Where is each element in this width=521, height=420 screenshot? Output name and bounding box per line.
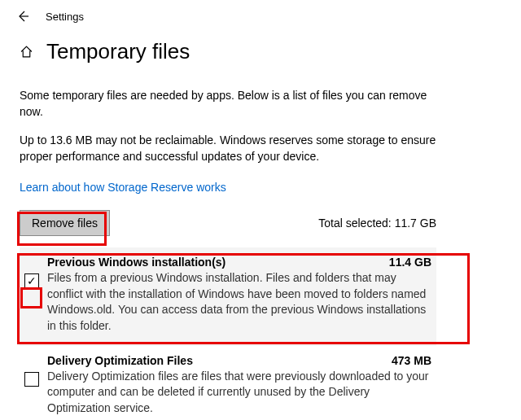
total-selected: Total selected: 11.7 GB: [318, 217, 436, 230]
back-button[interactable]: [16, 10, 29, 23]
desc-text-1: Some temporary files are needed by apps.…: [20, 87, 436, 120]
remove-files-button[interactable]: Remove files: [20, 210, 110, 236]
home-icon[interactable]: [20, 45, 33, 59]
list-item[interactable]: ✓ Previous Windows installation(s) 11.4 …: [20, 247, 436, 345]
settings-crumb: Settings: [46, 11, 84, 23]
item-desc: Files from a previous Windows installati…: [47, 270, 431, 334]
storage-reserve-link[interactable]: Learn about how Storage Reserve works: [20, 181, 226, 194]
total-value: 11.7 GB: [395, 217, 436, 230]
item-size: 473 MB: [392, 354, 431, 367]
desc-text-2: Up to 13.6 MB may not be reclaimable. Wi…: [20, 132, 436, 165]
item-title: Delivery Optimization Files: [47, 354, 193, 367]
item-title: Previous Windows installation(s): [47, 256, 225, 269]
item-size: 11.4 GB: [389, 256, 431, 269]
item-desc: Delivery Optimization files are files th…: [47, 369, 431, 417]
total-prefix: Total selected:: [318, 217, 394, 230]
list-item[interactable]: Delivery Optimization Files 473 MB Deliv…: [20, 346, 436, 420]
checkbox-delivery-optimization[interactable]: [24, 372, 39, 387]
checkbox-previous-windows[interactable]: ✓: [24, 273, 39, 288]
page-title: Temporary files: [46, 39, 190, 64]
